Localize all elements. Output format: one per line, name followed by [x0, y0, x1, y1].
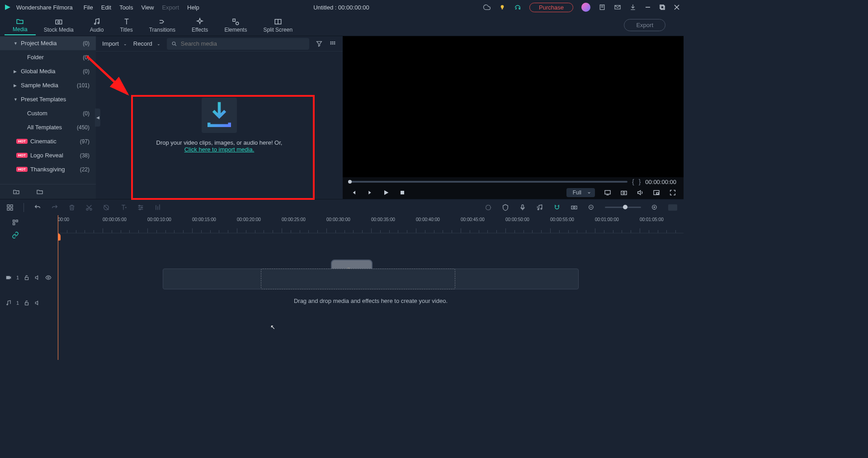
menu-edit[interactable]: Edit [101, 4, 111, 11]
audio-mixer-icon[interactable] [536, 204, 543, 211]
import-link[interactable]: Click here to import media. [184, 146, 255, 153]
export-button[interactable]: Export [624, 19, 665, 31]
search-icon [171, 41, 177, 47]
new-folder-icon[interactable] [13, 188, 20, 195]
eye-icon[interactable] [45, 274, 52, 281]
zoom-fit-button[interactable] [668, 204, 677, 211]
sidebar-item[interactable]: ▶Global Media(0) [0, 64, 96, 78]
mark-out-bracket[interactable]: } [639, 178, 641, 185]
zoom-out-button[interactable] [588, 204, 595, 211]
mute-icon[interactable] [34, 300, 41, 306]
lock-icon[interactable] [24, 274, 30, 281]
time-ruler[interactable]: 00:0000:00:05:0000:00:10:0000:00:15:0000… [58, 215, 684, 233]
menu-export[interactable]: Export [162, 4, 179, 11]
link-icon[interactable] [12, 231, 19, 239]
search-input[interactable] [181, 40, 305, 47]
prev-frame-button[interactable] [350, 189, 357, 196]
audio-track-head[interactable]: 1 [0, 290, 57, 316]
delete-button[interactable] [68, 204, 75, 211]
mail-icon[interactable] [614, 4, 621, 11]
preview-scrubber[interactable] [350, 181, 627, 183]
menu-tools[interactable]: Tools [119, 4, 133, 11]
tab-titles[interactable]: Titles [112, 16, 141, 35]
grid-view-icon[interactable] [329, 40, 336, 47]
playhead[interactable] [58, 215, 58, 360]
lock-icon[interactable] [24, 300, 30, 306]
undo-button[interactable] [34, 204, 41, 211]
sidebar-item[interactable]: ▼Project Media(0) [0, 36, 96, 50]
menu-view[interactable]: View [141, 4, 154, 11]
voiceover-icon[interactable] [519, 204, 526, 211]
text-add-button[interactable] [120, 204, 127, 211]
tab-media[interactable]: Media [5, 15, 36, 35]
import-dropdown[interactable]: Import⌄ [102, 40, 127, 47]
avatar[interactable] [581, 3, 590, 12]
tab-transitions[interactable]: Transitions [141, 16, 184, 35]
maximize-button[interactable] [659, 4, 665, 10]
redo-button[interactable] [51, 204, 58, 211]
minimize-button[interactable] [645, 4, 651, 10]
expand-icon[interactable]: ▶ [14, 69, 18, 74]
tab-split-screen[interactable]: Split Screen [255, 16, 301, 35]
tab-elements[interactable]: Elements [216, 16, 255, 35]
zoom-slider[interactable] [605, 207, 641, 208]
pip-icon[interactable] [653, 189, 660, 196]
record-dropdown[interactable]: Record⌄ [133, 40, 160, 47]
quality-dropdown[interactable]: Full [566, 188, 595, 197]
main-tabs: Media Stock Media Audio Titles Transitio… [0, 14, 684, 36]
sidebar-item[interactable]: HOTLogo Reveal(38) [0, 148, 96, 162]
marker-icon[interactable] [502, 204, 509, 211]
render-icon[interactable] [485, 204, 492, 211]
expand-icon[interactable]: ▼ [14, 97, 18, 102]
select-all-icon[interactable] [12, 219, 19, 226]
notes-icon[interactable] [599, 4, 606, 11]
svg-point-34 [623, 192, 625, 194]
keyframe-icon[interactable] [571, 204, 578, 211]
fullscreen-icon[interactable] [669, 189, 676, 196]
play-button[interactable] [382, 189, 390, 196]
mute-icon[interactable] [34, 274, 41, 281]
menu-file[interactable]: File [84, 4, 93, 11]
tab-stock-media[interactable]: Stock Media [36, 16, 82, 35]
crop-button[interactable] [103, 204, 110, 211]
audio-track-icon [5, 300, 12, 306]
search-media[interactable] [167, 38, 309, 50]
media-drop-area[interactable]: Drop your video clips, images, or audio … [96, 52, 343, 199]
equalizer-button[interactable] [154, 204, 161, 211]
magnet-icon[interactable] [553, 204, 561, 211]
close-button[interactable] [674, 4, 680, 10]
zoom-in-button[interactable] [651, 204, 658, 211]
folder-open-icon[interactable] [36, 188, 43, 195]
sidebar-item[interactable]: All Templates(450) [0, 120, 96, 134]
cut-button[interactable] [85, 204, 93, 211]
sidebar-item[interactable]: ▼Preset Templates [0, 92, 96, 106]
download-icon[interactable] [629, 4, 637, 11]
headset-icon[interactable] [514, 4, 521, 11]
sidebar-item[interactable]: ▶Sample Media(101) [0, 78, 96, 92]
snapshot-icon[interactable] [620, 189, 627, 196]
tab-audio[interactable]: Audio [82, 16, 112, 35]
purchase-button[interactable]: Purchase [529, 3, 573, 12]
mark-in-bracket[interactable]: { [632, 178, 634, 185]
menu-help[interactable]: Help [187, 4, 199, 11]
video-track-head[interactable]: 1 [0, 265, 57, 290]
adjust-button[interactable] [137, 204, 144, 211]
sidebar-item[interactable]: Folder(0) [0, 50, 96, 64]
tracks-area[interactable]: 00:0000:00:05:0000:00:10:0000:00:15:0000… [58, 215, 684, 360]
preview-viewport[interactable] [343, 36, 684, 177]
cloud-icon[interactable] [483, 4, 491, 11]
expand-icon[interactable]: ▶ [14, 83, 18, 88]
layout-icon[interactable] [6, 204, 14, 211]
volume-icon[interactable] [637, 189, 644, 196]
sidebar-item[interactable]: Custom(0) [0, 106, 96, 120]
sidebar-item[interactable]: HOTCinematic(97) [0, 134, 96, 148]
display-icon[interactable] [604, 189, 611, 196]
step-back-button[interactable] [366, 189, 373, 196]
expand-icon[interactable]: ▼ [14, 41, 18, 46]
filter-icon[interactable] [316, 40, 323, 47]
timeline-drop-zone[interactable]: ✋ Drag and drop media and effects here t… [163, 269, 579, 304]
tab-effects[interactable]: Effects [184, 16, 216, 35]
lightbulb-icon[interactable] [499, 4, 506, 11]
stop-button[interactable] [399, 189, 406, 196]
sidebar-item[interactable]: HOTThanksgiving(22) [0, 162, 96, 176]
